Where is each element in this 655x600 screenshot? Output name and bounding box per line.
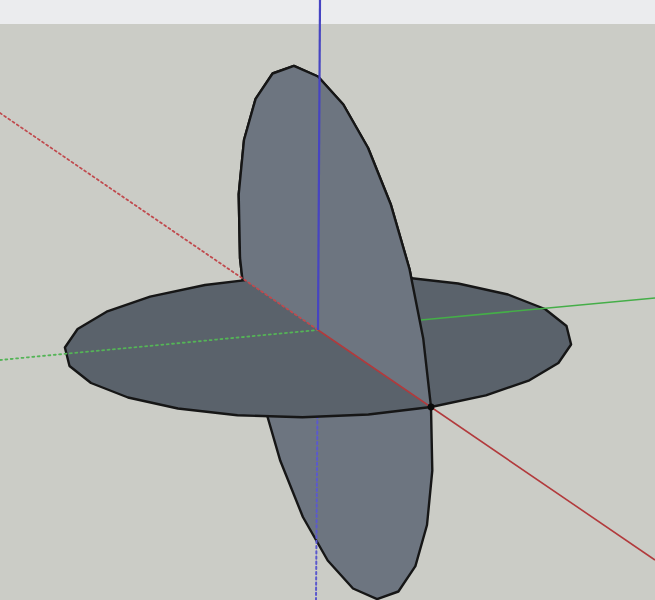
modeling-viewport[interactable]: [0, 0, 655, 600]
window-chrome-strip: [0, 0, 655, 24]
endpoint-marker: [428, 404, 435, 411]
sketchup-window: [0, 0, 655, 600]
